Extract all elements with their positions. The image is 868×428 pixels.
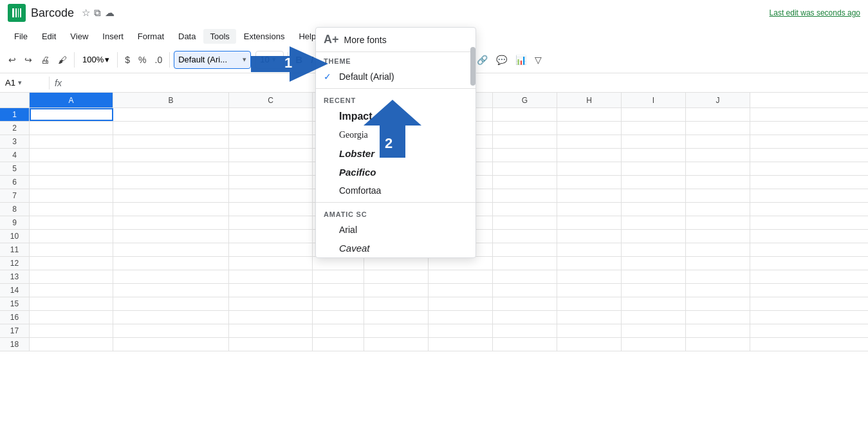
cell-B16[interactable] (113, 311, 229, 324)
font-item-pacifico[interactable]: ✓ Pacifico (316, 163, 476, 181)
cell-D14[interactable] (313, 284, 364, 297)
cell-C7[interactable] (229, 189, 313, 202)
row-number-12[interactable]: 12 (0, 257, 30, 270)
cell-B1[interactable] (113, 108, 229, 121)
cell-H11[interactable] (557, 243, 622, 256)
cell-I15[interactable] (622, 297, 686, 310)
cell-E15[interactable] (364, 297, 429, 310)
cell-F15[interactable] (429, 297, 493, 310)
filter-button[interactable]: ▽ (531, 52, 545, 68)
cell-H12[interactable] (557, 257, 622, 270)
cell-A1[interactable] (30, 108, 113, 121)
row-number-2[interactable]: 2 (0, 122, 30, 135)
cell-J7[interactable] (686, 189, 750, 202)
cell-H4[interactable] (557, 149, 622, 162)
cell-D17[interactable] (313, 324, 364, 337)
cell-I7[interactable] (622, 189, 686, 202)
cell-H3[interactable] (557, 135, 622, 148)
row-number-10[interactable]: 10 (0, 230, 30, 243)
cell-I17[interactable] (622, 324, 686, 337)
cell-A7[interactable] (30, 189, 113, 202)
cell-A12[interactable] (30, 257, 113, 270)
cell-D12[interactable] (313, 257, 364, 270)
cell-J9[interactable] (686, 216, 750, 229)
cell-J3[interactable] (686, 135, 750, 148)
cell-I10[interactable] (622, 230, 686, 243)
comment-button[interactable]: 💬 (493, 52, 510, 68)
cell-C6[interactable] (229, 176, 313, 189)
decimal-button[interactable]: .0 (152, 52, 166, 68)
col-header-G[interactable]: G (493, 93, 557, 107)
cell-A9[interactable] (30, 216, 113, 229)
cell-H5[interactable] (557, 162, 622, 175)
cell-C3[interactable] (229, 135, 313, 148)
chart-button[interactable]: 📊 (512, 52, 530, 68)
cell-A5[interactable] (30, 162, 113, 175)
cell-A3[interactable] (30, 135, 113, 148)
cell-H6[interactable] (557, 176, 622, 189)
cell-F16[interactable] (429, 311, 493, 324)
cell-D13[interactable] (313, 270, 364, 283)
font-item-arial[interactable]: ✓ Arial (316, 221, 476, 239)
cell-J17[interactable] (686, 324, 750, 337)
cell-F14[interactable] (429, 284, 493, 297)
row-number-4[interactable]: 4 (0, 149, 30, 162)
row-number-15[interactable]: 15 (0, 297, 30, 310)
cell-D16[interactable] (313, 311, 364, 324)
cell-B18[interactable] (113, 338, 229, 351)
cell-B10[interactable] (113, 230, 229, 243)
cell-C4[interactable] (229, 149, 313, 162)
cell-A11[interactable] (30, 243, 113, 256)
row-number-13[interactable]: 13 (0, 270, 30, 283)
cell-J4[interactable] (686, 149, 750, 162)
percent-button[interactable]: % (135, 52, 149, 68)
cell-G8[interactable] (493, 203, 557, 216)
cell-C8[interactable] (229, 203, 313, 216)
col-header-J[interactable]: J (686, 93, 750, 107)
cloud-icon[interactable]: ☁ (105, 7, 115, 19)
cell-F17[interactable] (429, 324, 493, 337)
cell-J15[interactable] (686, 297, 750, 310)
menu-insert[interactable]: Insert (96, 29, 130, 44)
cell-G13[interactable] (493, 270, 557, 283)
cell-A16[interactable] (30, 311, 113, 324)
cell-J18[interactable] (686, 338, 750, 351)
cell-E18[interactable] (364, 338, 429, 351)
print-button[interactable]: 🖨 (37, 52, 53, 68)
cell-G2[interactable] (493, 122, 557, 135)
cell-A4[interactable] (30, 149, 113, 162)
font-size-selector[interactable]: 10 ▾ (255, 51, 284, 69)
col-header-I[interactable]: I (622, 93, 686, 107)
cell-reference[interactable]: A1 ▾ (5, 78, 44, 88)
cell-C18[interactable] (229, 338, 313, 351)
cell-H9[interactable] (557, 216, 622, 229)
cell-C14[interactable] (229, 284, 313, 297)
cell-I13[interactable] (622, 270, 686, 283)
cell-I16[interactable] (622, 311, 686, 324)
cell-A18[interactable] (30, 338, 113, 351)
menu-format[interactable]: Format (131, 29, 171, 44)
cell-G10[interactable] (493, 230, 557, 243)
cell-A2[interactable] (30, 122, 113, 135)
cell-G7[interactable] (493, 189, 557, 202)
cell-C9[interactable] (229, 216, 313, 229)
cell-H16[interactable] (557, 311, 622, 324)
cell-F12[interactable] (429, 257, 493, 270)
cell-C10[interactable] (229, 230, 313, 243)
cell-A14[interactable] (30, 284, 113, 297)
cell-I6[interactable] (622, 176, 686, 189)
cell-C5[interactable] (229, 162, 313, 175)
cell-A17[interactable] (30, 324, 113, 337)
cell-B6[interactable] (113, 176, 229, 189)
cell-C13[interactable] (229, 270, 313, 283)
undo-button[interactable]: ↩ (5, 52, 19, 68)
cell-I12[interactable] (622, 257, 686, 270)
cell-G3[interactable] (493, 135, 557, 148)
cell-H14[interactable] (557, 284, 622, 297)
cell-G6[interactable] (493, 176, 557, 189)
cell-J14[interactable] (686, 284, 750, 297)
cell-B4[interactable] (113, 149, 229, 162)
zoom-selector[interactable]: 100% ▾ (78, 53, 113, 66)
cell-E16[interactable] (364, 311, 429, 324)
cell-B14[interactable] (113, 284, 229, 297)
